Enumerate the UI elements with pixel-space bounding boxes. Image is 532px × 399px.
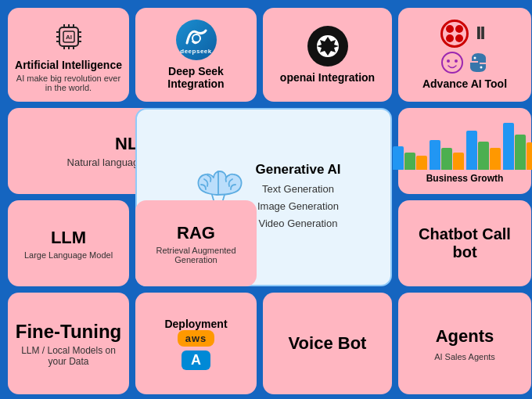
python-icon <box>467 52 489 74</box>
card-advance-ai: ⏸ Advance AI Tool <box>398 8 531 102</box>
openai-title: openai Integration <box>280 71 375 84</box>
main-grid: AI Artificial Intelligence AI make big r… <box>8 8 524 391</box>
agents-title: Agents <box>436 326 494 347</box>
card-deployment: Deployment aws A <box>135 293 257 394</box>
finetuning-subtitle: LLM / Local Models on your Data <box>14 345 123 367</box>
ai-chip-icon: AI <box>50 18 88 56</box>
card-voice-bot: Voice Bot <box>263 293 392 394</box>
red-circle-icon <box>440 20 469 48</box>
business-title: Business Growth <box>426 173 504 184</box>
card-openai: openai Integration <box>263 8 392 102</box>
gen-item-1: Text Generation <box>256 181 341 198</box>
rag-title: RAG <box>177 223 215 243</box>
card-deepseek: deepseek Deep Seek Integration <box>135 8 257 102</box>
card-chatbot: Chatbot Call bot <box>398 200 531 286</box>
advance-bottom-icons <box>440 51 489 74</box>
card-finetuning: Fine-Tuning LLM / Local Models on your D… <box>8 293 129 394</box>
advance-top-icons: ⏸ <box>440 20 489 48</box>
agents-subtitle: AI Sales Agents <box>434 352 495 361</box>
card-artificial-intelligence: AI Artificial Intelligence AI make big r… <box>8 8 129 102</box>
card-rag: RAG Retrieval Augmented Generation <box>135 200 257 286</box>
bar-chart <box>404 119 525 170</box>
chatbot-title: Chatbot Call bot <box>404 225 525 261</box>
voicebot-title: Voice Bot <box>289 333 367 354</box>
svg-point-19 <box>474 57 476 59</box>
llm-subtitle: Large Language Model <box>24 250 113 260</box>
card-business-growth: Business Growth <box>398 108 531 194</box>
svg-point-17 <box>447 59 450 63</box>
svg-point-16 <box>442 52 462 73</box>
card-agents: Agents AI Sales Agents <box>398 293 531 394</box>
aws-logo: aws <box>178 330 215 347</box>
svg-point-15 <box>192 34 200 42</box>
gen-item-2: Image Generation <box>256 198 341 215</box>
card-llm: LLM Large Language Model <box>8 200 129 286</box>
advance-title: Advance AI Tool <box>422 77 507 90</box>
generative-title: Generative AI <box>256 162 341 178</box>
deepseek-logo: deepseek <box>176 20 217 60</box>
deployment-title: Deployment <box>164 318 227 330</box>
finetuning-title: Fine-Tuning <box>16 321 122 343</box>
svg-point-18 <box>455 59 458 63</box>
deepseek-title: Deep Seek Integration <box>142 65 250 90</box>
generative-items: Text Generation Image Generation Video G… <box>256 181 341 232</box>
rag-subtitle: Retrieval Augmented Generation <box>142 246 250 264</box>
llm-title: LLM <box>51 228 86 248</box>
gen-item-3: Video Generation <box>256 215 341 232</box>
pause-icon: ⏸ <box>472 23 489 44</box>
ai-subtitle: AI make big revolution ever in the world… <box>14 74 123 92</box>
azure-logo: A <box>182 350 210 370</box>
svg-text:AI: AI <box>66 34 72 41</box>
face-ai-icon <box>440 51 464 74</box>
svg-point-20 <box>480 66 483 69</box>
ai-title: Artificial Intelligence <box>15 59 122 71</box>
openai-logo <box>307 26 348 66</box>
